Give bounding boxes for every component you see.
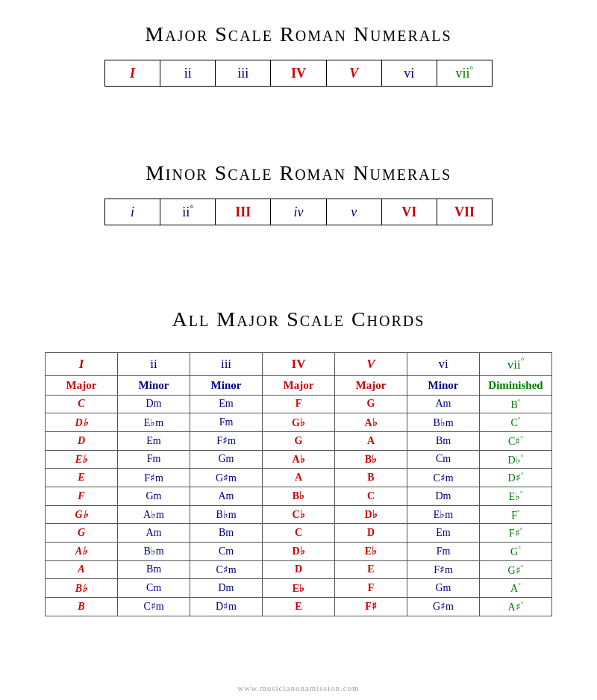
chords-data-cell: E♭: [263, 579, 335, 598]
chords-data-cell: E♭: [46, 450, 118, 469]
major-numeral-cell: IV: [271, 60, 326, 87]
chords-data-cell: Bm: [407, 431, 480, 450]
chords-data-cell: A♭m: [118, 505, 190, 524]
chords-data-row: B♭CmDmE♭FGmA°: [46, 579, 552, 598]
chords-data-cell: A♭: [263, 450, 335, 469]
chords-data-row: FGmAmB♭CDmE♭°: [46, 487, 552, 505]
chords-data-cell: E♭m: [407, 505, 480, 524]
chords-data-row: DEmF♯mGABmC♯°: [46, 431, 552, 450]
chords-data-cell: D♯°: [480, 469, 552, 487]
minor-numeral-cell: III: [216, 199, 271, 225]
chords-header-cell: vii°: [480, 353, 552, 376]
chords-quality-cell: Major: [263, 375, 335, 395]
chords-data-cell: G: [263, 431, 335, 450]
chords-data-cell: Dm: [118, 395, 190, 413]
chords-data-cell: Bm: [190, 524, 263, 543]
minor-numeral-cell: v: [326, 199, 381, 225]
chords-data-cell: E♭m: [118, 413, 190, 432]
chords-data-cell: F♯: [335, 597, 407, 616]
chords-quality-cell: Major: [46, 375, 118, 395]
chords-data-row: G♭A♭mB♭mC♭D♭E♭mF°: [46, 505, 552, 524]
chords-data-cell: A♯°: [480, 597, 552, 616]
chords-data-cell: Am: [118, 524, 190, 543]
chords-data-cell: B♭: [335, 450, 407, 469]
chords-data-cell: G: [335, 395, 407, 413]
chords-data-cell: F: [335, 579, 407, 598]
chords-data-cell: G♭: [263, 413, 335, 432]
chords-data-cell: Em: [407, 524, 480, 543]
chords-data-row: CDmEmFGAmB°: [46, 395, 552, 413]
chords-data-row: EF♯mG♯mABC♯mD♯°: [46, 469, 552, 487]
chords-data-cell: D: [46, 431, 118, 450]
chords-data-cell: A: [46, 560, 118, 579]
chords-data-cell: D♯m: [190, 597, 263, 616]
chords-quality-cell: Minor: [190, 375, 263, 395]
chords-data-cell: Am: [407, 395, 480, 413]
chords-data-cell: Em: [118, 431, 190, 450]
chords-data-cell: F♯m: [407, 560, 480, 579]
chords-table: IiiiiiIVVvivii° MajorMinorMinorMajorMajo…: [45, 352, 552, 616]
chords-data-cell: A: [335, 431, 407, 450]
chords-data-cell: C♯m: [190, 560, 263, 579]
chords-data-cell: Fm: [118, 450, 190, 469]
chords-data-row: ABmC♯mDEF♯mG♯°: [46, 560, 552, 579]
chords-data-cell: F♯m: [118, 469, 190, 487]
chords-data-cell: C: [335, 487, 407, 505]
chords-data-cell: G♯°: [480, 560, 552, 579]
chords-data-cell: Gm: [118, 487, 190, 505]
chords-data-cell: G♯m: [407, 597, 480, 616]
chords-data-cell: A♭: [335, 413, 407, 432]
chords-data-cell: E♭°: [480, 487, 552, 505]
chords-data-cell: B♭: [46, 579, 118, 598]
chords-data-cell: C: [46, 395, 118, 413]
chords-data-cell: F: [46, 487, 118, 505]
chords-data-cell: E: [263, 597, 335, 616]
major-numeral-cell: vi: [381, 60, 437, 87]
chords-data-cell: F°: [480, 505, 552, 524]
chords-quality: MajorMinorMinorMajorMajorMinorDiminished: [46, 375, 552, 395]
chords-data-row: A♭B♭mCmD♭E♭FmG°: [46, 542, 552, 560]
chords-quality-cell: Major: [335, 375, 407, 395]
chords-data-cell: D: [335, 524, 407, 543]
chords-quality-cell: Diminished: [480, 375, 552, 395]
chords-data-cell: E♭: [335, 542, 407, 560]
major-scale-title: Major Scale Roman Numerals: [145, 22, 451, 46]
chords-data-cell: Bm: [118, 560, 190, 579]
chords-data-cell: D♭: [263, 542, 335, 560]
minor-numeral-cell: iv: [271, 199, 326, 225]
chords-data-cell: A♭: [46, 542, 118, 560]
minor-scale-title: Minor Scale Roman Numerals: [146, 161, 451, 185]
chords-data-cell: E: [46, 469, 118, 487]
chords-data-row: GAmBmCDEmF♯°: [46, 524, 552, 543]
chords-header-cell: IV: [263, 353, 335, 376]
chords-quality-cell: Minor: [407, 375, 480, 395]
chords-data-cell: Cm: [407, 450, 480, 469]
chords-data-cell: D♭: [46, 413, 118, 432]
chords-data-cell: C♯m: [407, 469, 480, 487]
minor-numeral-cell: ii°: [160, 199, 216, 225]
chords-data-cell: C♯m: [118, 597, 190, 616]
chords-data-cell: D: [263, 560, 335, 579]
chords-data-cell: B♭m: [190, 505, 263, 524]
minor-numeral-cell: i: [105, 199, 160, 225]
chords-data-cell: Cm: [118, 579, 190, 598]
chords-data-cell: Fm: [190, 413, 263, 432]
chords-header-cell: I: [46, 353, 118, 376]
chords-data-cell: A: [263, 469, 335, 487]
chords-header-cell: iii: [190, 353, 263, 376]
chords-data-cell: C°: [480, 413, 552, 432]
chords-data-cell: Dm: [190, 579, 263, 598]
chords-data-cell: E: [335, 560, 407, 579]
chords-data-cell: F: [263, 395, 335, 413]
chords-data-cell: B°: [480, 395, 552, 413]
major-scale-section: Major Scale Roman Numerals IiiiiiIVVvivi…: [0, 0, 597, 101]
chords-data-cell: B♭m: [118, 542, 190, 560]
chords-data-cell: C♯°: [480, 431, 552, 450]
chords-data-cell: D♭°: [480, 450, 552, 469]
chords-data-cell: F♯m: [190, 431, 263, 450]
major-numeral-cell: iii: [216, 60, 271, 87]
chords-data-row: D♭E♭mFmG♭A♭B♭mC°: [46, 413, 552, 432]
chords-header-cell: V: [335, 353, 407, 376]
chords-data-cell: B: [335, 469, 407, 487]
chords-data-cell: B: [46, 597, 118, 616]
